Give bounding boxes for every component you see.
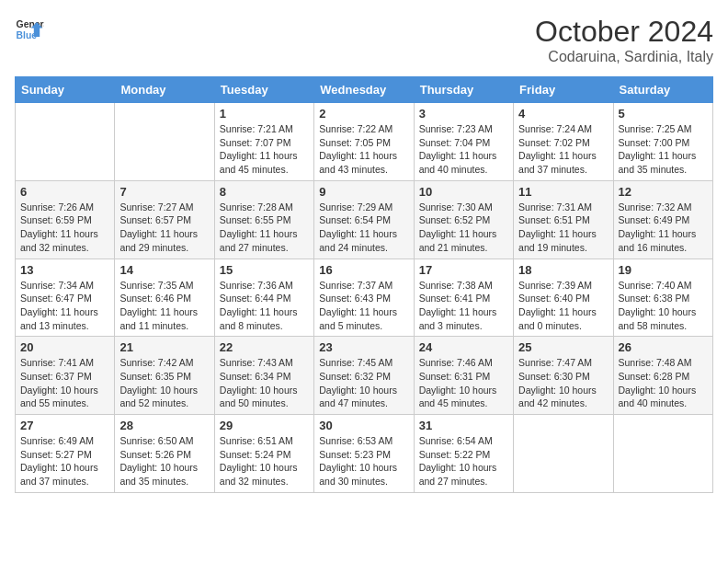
day-info: Sunrise: 7:47 AM Sunset: 6:30 PM Dayligh… [518,356,608,410]
column-header-saturday: Saturday [613,77,712,103]
week-row-4: 20Sunrise: 7:41 AM Sunset: 6:37 PM Dayli… [16,337,713,415]
calendar-cell: 14Sunrise: 7:35 AM Sunset: 6:46 PM Dayli… [115,259,214,337]
column-header-friday: Friday [514,77,613,103]
day-info: Sunrise: 7:41 AM Sunset: 6:37 PM Dayligh… [20,356,109,410]
day-number: 25 [518,340,608,354]
location-subtitle: Codaruina, Sardinia, Italy [535,49,713,65]
day-number: 31 [419,419,508,432]
day-info: Sunrise: 7:30 AM Sunset: 6:52 PM Dayligh… [419,201,508,255]
day-info: Sunrise: 7:46 AM Sunset: 6:31 PM Dayligh… [419,356,508,410]
month-title: October 2024 [535,15,713,49]
calendar-cell: 27Sunrise: 6:49 AM Sunset: 5:27 PM Dayli… [16,415,115,493]
calendar-cell: 17Sunrise: 7:38 AM Sunset: 6:41 PM Dayli… [414,259,513,337]
day-number: 11 [518,185,608,199]
day-info: Sunrise: 6:53 AM Sunset: 5:23 PM Dayligh… [319,434,408,488]
day-number: 12 [619,185,708,199]
column-header-sunday: Sunday [16,77,115,103]
day-info: Sunrise: 7:25 AM Sunset: 7:00 PM Dayligh… [619,122,708,177]
calendar-cell: 22Sunrise: 7:43 AM Sunset: 6:34 PM Dayli… [214,337,313,415]
day-info: Sunrise: 7:22 AM Sunset: 7:05 PM Dayligh… [319,122,408,177]
logo-icon: General Blue [15,15,44,44]
day-info: Sunrise: 7:21 AM Sunset: 7:07 PM Dayligh… [220,122,309,177]
day-info: Sunrise: 7:34 AM Sunset: 6:47 PM Dayligh… [20,279,109,333]
calendar-cell: 13Sunrise: 7:34 AM Sunset: 6:47 PM Dayli… [16,259,115,337]
calendar-cell: 21Sunrise: 7:42 AM Sunset: 6:35 PM Dayli… [115,337,214,415]
calendar-cell: 28Sunrise: 6:50 AM Sunset: 5:26 PM Dayli… [115,415,214,493]
calendar-cell: 12Sunrise: 7:32 AM Sunset: 6:49 PM Dayli… [613,180,712,259]
day-number: 26 [619,340,708,354]
week-row-5: 27Sunrise: 6:49 AM Sunset: 5:27 PM Dayli… [16,415,713,493]
calendar-cell: 25Sunrise: 7:47 AM Sunset: 6:30 PM Dayli… [514,337,613,415]
week-row-1: 1Sunrise: 7:21 AM Sunset: 7:07 PM Daylig… [16,103,713,181]
day-info: Sunrise: 7:28 AM Sunset: 6:55 PM Dayligh… [220,201,309,255]
calendar-cell: 31Sunrise: 6:54 AM Sunset: 5:22 PM Dayli… [414,415,513,493]
day-number: 4 [518,107,608,121]
day-info: Sunrise: 7:45 AM Sunset: 6:32 PM Dayligh… [319,356,408,410]
calendar-cell: 23Sunrise: 7:45 AM Sunset: 6:32 PM Dayli… [314,337,414,415]
day-number: 13 [20,263,109,277]
column-header-wednesday: Wednesday [314,77,414,103]
column-headers-row: SundayMondayTuesdayWednesdayThursdayFrid… [16,77,713,103]
day-number: 1 [220,107,309,121]
day-info: Sunrise: 7:27 AM Sunset: 6:57 PM Dayligh… [119,201,209,255]
calendar-cell [514,415,613,493]
day-number: 9 [319,185,408,199]
svg-text:General: General [17,19,44,29]
logo: General Blue [15,15,44,44]
day-info: Sunrise: 7:40 AM Sunset: 6:38 PM Dayligh… [619,279,708,333]
day-info: Sunrise: 6:50 AM Sunset: 5:26 PM Dayligh… [119,434,209,488]
day-number: 16 [319,263,408,277]
calendar-cell: 2Sunrise: 7:22 AM Sunset: 7:05 PM Daylig… [314,103,414,181]
day-number: 27 [20,419,109,432]
day-info: Sunrise: 7:26 AM Sunset: 6:59 PM Dayligh… [20,201,109,255]
day-number: 24 [419,340,508,354]
day-number: 19 [619,263,708,277]
calendar-body: 1Sunrise: 7:21 AM Sunset: 7:07 PM Daylig… [16,103,713,493]
day-number: 22 [220,340,309,354]
day-number: 2 [319,107,408,121]
calendar-cell: 30Sunrise: 6:53 AM Sunset: 5:23 PM Dayli… [314,415,414,493]
calendar-cell: 7Sunrise: 7:27 AM Sunset: 6:57 PM Daylig… [115,180,214,259]
calendar-cell [16,103,115,181]
day-number: 21 [119,340,209,354]
day-number: 17 [419,263,508,277]
day-number: 5 [619,107,708,121]
day-info: Sunrise: 7:31 AM Sunset: 6:51 PM Dayligh… [518,201,608,255]
day-info: Sunrise: 6:51 AM Sunset: 5:24 PM Dayligh… [220,434,309,488]
day-number: 15 [220,263,309,277]
calendar-table: SundayMondayTuesdayWednesdayThursdayFrid… [15,76,713,493]
day-number: 6 [20,185,109,199]
calendar-cell: 4Sunrise: 7:24 AM Sunset: 7:02 PM Daylig… [514,103,613,181]
title-block: October 2024 Codaruina, Sardinia, Italy [535,15,713,65]
day-number: 23 [319,340,408,354]
day-info: Sunrise: 7:43 AM Sunset: 6:34 PM Dayligh… [220,356,309,410]
page-header: General Blue October 2024 Codaruina, Sar… [15,15,713,65]
day-number: 18 [518,263,608,277]
calendar-cell: 8Sunrise: 7:28 AM Sunset: 6:55 PM Daylig… [214,180,313,259]
week-row-2: 6Sunrise: 7:26 AM Sunset: 6:59 PM Daylig… [16,180,713,259]
calendar-cell: 19Sunrise: 7:40 AM Sunset: 6:38 PM Dayli… [613,259,712,337]
calendar-cell: 6Sunrise: 7:26 AM Sunset: 6:59 PM Daylig… [16,180,115,259]
day-info: Sunrise: 7:37 AM Sunset: 6:43 PM Dayligh… [319,279,408,333]
calendar-cell: 9Sunrise: 7:29 AM Sunset: 6:54 PM Daylig… [314,180,414,259]
calendar-cell: 3Sunrise: 7:23 AM Sunset: 7:04 PM Daylig… [414,103,513,181]
day-info: Sunrise: 7:48 AM Sunset: 6:28 PM Dayligh… [619,356,708,410]
day-info: Sunrise: 7:23 AM Sunset: 7:04 PM Dayligh… [419,122,508,177]
calendar-cell: 26Sunrise: 7:48 AM Sunset: 6:28 PM Dayli… [613,337,712,415]
day-number: 14 [119,263,209,277]
calendar-cell: 24Sunrise: 7:46 AM Sunset: 6:31 PM Dayli… [414,337,513,415]
column-header-tuesday: Tuesday [214,77,313,103]
day-number: 20 [20,340,109,354]
day-info: Sunrise: 6:49 AM Sunset: 5:27 PM Dayligh… [20,434,109,488]
day-number: 10 [419,185,508,199]
calendar-cell: 5Sunrise: 7:25 AM Sunset: 7:00 PM Daylig… [613,103,712,181]
calendar-cell: 1Sunrise: 7:21 AM Sunset: 7:07 PM Daylig… [214,103,313,181]
calendar-cell: 11Sunrise: 7:31 AM Sunset: 6:51 PM Dayli… [514,180,613,259]
day-info: Sunrise: 7:35 AM Sunset: 6:46 PM Dayligh… [119,279,209,333]
calendar-cell [613,415,712,493]
day-number: 29 [220,419,309,432]
week-row-3: 13Sunrise: 7:34 AM Sunset: 6:47 PM Dayli… [16,259,713,337]
day-number: 28 [119,419,209,432]
day-info: Sunrise: 7:36 AM Sunset: 6:44 PM Dayligh… [220,279,309,333]
calendar-cell: 10Sunrise: 7:30 AM Sunset: 6:52 PM Dayli… [414,180,513,259]
